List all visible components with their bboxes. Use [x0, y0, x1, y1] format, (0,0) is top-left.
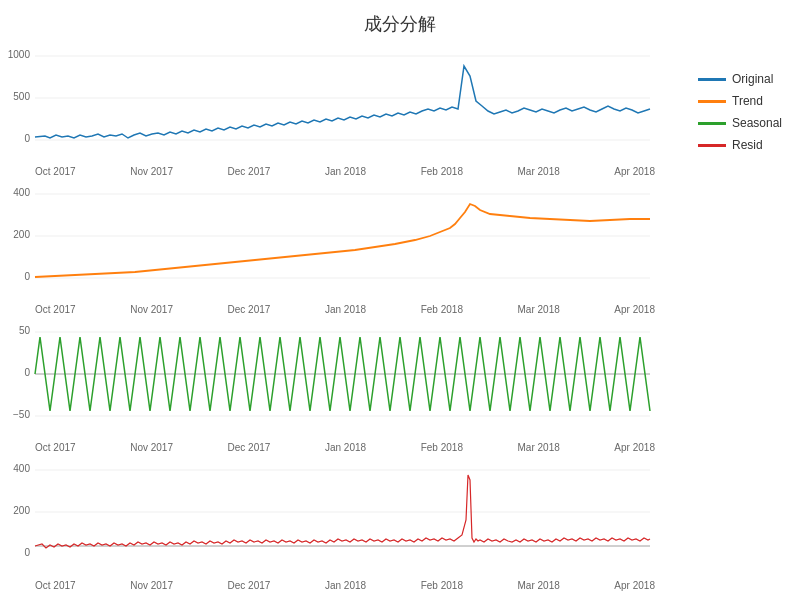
- legend-trend-label: Trend: [732, 94, 763, 108]
- page-title: 成分分解: [0, 0, 800, 42]
- charts-column: 1000 500 0 Oct 2017 Nov 2017 Dec 2017 Ja…: [0, 42, 690, 594]
- chart-seasonal: 50 0 −50 Oct 2017 Nov 2017 Dec 2017 Jan …: [0, 318, 690, 456]
- resid-svg: 400 200 0: [0, 460, 670, 578]
- svg-text:200: 200: [13, 229, 30, 240]
- svg-text:400: 400: [13, 463, 30, 474]
- svg-text:0: 0: [24, 367, 30, 378]
- legend-original-label: Original: [732, 72, 773, 86]
- legend-resid-label: Resid: [732, 138, 763, 152]
- legend-seasonal-line: [698, 122, 726, 125]
- chart-legend: Original Trend Seasonal Resid: [690, 42, 800, 594]
- legend-trend-line: [698, 100, 726, 103]
- trend-svg: 400 200 0: [0, 184, 670, 302]
- legend-trend: Trend: [698, 94, 800, 108]
- svg-text:400: 400: [13, 187, 30, 198]
- legend-original-line: [698, 78, 726, 81]
- svg-text:0: 0: [24, 133, 30, 144]
- svg-text:500: 500: [13, 91, 30, 102]
- svg-text:0: 0: [24, 547, 30, 558]
- chart-original: 1000 500 0 Oct 2017 Nov 2017 Dec 2017 Ja…: [0, 42, 690, 180]
- seasonal-svg: 50 0 −50: [0, 322, 670, 440]
- legend-seasonal: Seasonal: [698, 116, 800, 130]
- legend-resid-line: [698, 144, 726, 147]
- chart-trend: 400 200 0 Oct 2017 Nov 2017 Dec 2017 Jan…: [0, 180, 690, 318]
- chart-resid: 400 200 0 Oct 2017 Nov 2017 Dec 2017 Jan…: [0, 456, 690, 594]
- svg-text:200: 200: [13, 505, 30, 516]
- legend-seasonal-label: Seasonal: [732, 116, 782, 130]
- svg-text:1000: 1000: [8, 49, 31, 60]
- svg-text:−50: −50: [13, 409, 30, 420]
- legend-original: Original: [698, 72, 800, 86]
- original-svg: 1000 500 0: [0, 46, 670, 164]
- svg-text:50: 50: [19, 325, 31, 336]
- legend-resid: Resid: [698, 138, 800, 152]
- svg-text:0: 0: [24, 271, 30, 282]
